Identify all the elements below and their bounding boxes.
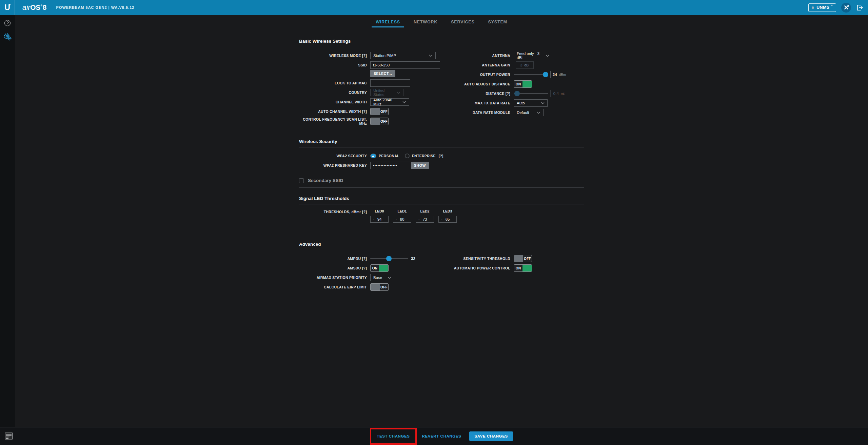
section-signal-led-thresholds: Signal LED Thresholds THRESHOLDS, dBm: [… bbox=[299, 196, 584, 223]
output-power-slider[interactable] bbox=[514, 71, 548, 78]
secondary-ssid-checkbox[interactable] bbox=[299, 178, 304, 183]
led2-name: LED2 bbox=[420, 209, 430, 213]
auto-adjust-distance-label: AUTO ADJUST DISTANCE bbox=[441, 82, 514, 86]
ssid-select-row: SELECT... bbox=[299, 70, 441, 77]
automatic-power-control-row: AUTOMATIC POWER CONTROL ON bbox=[441, 264, 584, 272]
amsdu-row: AMSDU [?] ON bbox=[299, 264, 441, 272]
channel-width-select[interactable]: Auto 20/40 MHz bbox=[370, 98, 409, 106]
calculate-eirp-limit-row: CALCULATE EIRP LIMIT OFF bbox=[299, 283, 441, 291]
output-power-slider-knob[interactable] bbox=[543, 72, 548, 77]
airmax-station-priority-select[interactable]: Base bbox=[370, 274, 394, 281]
sidebar bbox=[0, 15, 15, 427]
ssid-input[interactable] bbox=[370, 61, 440, 69]
wpa2-preshared-key-input[interactable] bbox=[370, 162, 410, 169]
wireless-mode-select[interactable]: Station PtMP bbox=[370, 52, 436, 59]
antenna-select[interactable]: Feed only - 3 dBi bbox=[514, 52, 552, 59]
action-bar: TEST CHANGES REVERT CHANGES SAVE CHANGES bbox=[0, 427, 868, 445]
ssid-label: SSID bbox=[299, 63, 370, 67]
unms-trademark: ™ bbox=[831, 5, 833, 7]
main-area: WIRELESS NETWORK SERVICES SYSTEM Basic W… bbox=[15, 0, 868, 293]
wpa2-security-row: WPA2 SECURITY PERSONAL ENTERPRISE [?] bbox=[299, 152, 584, 160]
wpa2-personal-label: PERSONAL bbox=[379, 154, 399, 158]
minus-sign: - bbox=[396, 217, 397, 221]
wireless-settings-form: Basic Wireless Settings WIRELESS MODE [?… bbox=[299, 27, 584, 293]
automatic-power-control-label: AUTOMATIC POWER CONTROL bbox=[441, 266, 514, 270]
unms-button[interactable]: UNMS ™ bbox=[808, 3, 836, 12]
topbar-actions: UNMS ™ bbox=[808, 3, 863, 13]
control-frequency-scan-list-label: CONTROL FREQUENCY SCAN LIST, MHz bbox=[299, 117, 370, 125]
wpa2-personal-radio[interactable] bbox=[370, 154, 376, 158]
ampdu-label: AMPDU [?] bbox=[299, 257, 370, 261]
antenna-label: ANTENNA bbox=[441, 54, 514, 58]
auto-channel-width-label: AUTO CHANNEL WIDTH [?] bbox=[299, 109, 370, 114]
ssid-row: SSID bbox=[299, 61, 441, 69]
show-psk-button[interactable]: SHOW bbox=[411, 162, 429, 169]
max-tx-data-rate-select[interactable]: Auto bbox=[514, 99, 548, 107]
calculate-eirp-limit-toggle[interactable]: OFF bbox=[370, 283, 389, 291]
chevron-down-icon bbox=[402, 101, 406, 103]
sensitivity-threshold-label: SENSITIVITY THRESHOLD bbox=[441, 257, 514, 261]
channel-width-label: CHANNEL WIDTH bbox=[299, 100, 370, 104]
automatic-power-control-toggle[interactable]: ON bbox=[514, 264, 532, 272]
control-frequency-scan-list-toggle[interactable]: OFF bbox=[370, 118, 389, 125]
save-changes-button[interactable]: SAVE CHANGES bbox=[469, 431, 513, 441]
secondary-ssid-header: Secondary SSID bbox=[299, 178, 584, 188]
minus-sign: - bbox=[418, 217, 420, 221]
led3-input[interactable] bbox=[446, 217, 453, 221]
ampdu-slider[interactable] bbox=[370, 255, 408, 262]
led3-name: LED3 bbox=[443, 209, 452, 213]
revert-changes-button[interactable]: REVERT CHANGES bbox=[422, 434, 461, 438]
auto-adjust-distance-toggle[interactable]: ON bbox=[514, 80, 532, 88]
antenna-gain-label: ANTENNA GAIN bbox=[441, 63, 514, 67]
led0-field: LED0 - bbox=[370, 209, 389, 223]
led0-input[interactable] bbox=[377, 217, 385, 221]
antenna-gain-row: ANTENNA GAIN 3 dBi bbox=[441, 61, 584, 69]
led1-name: LED1 bbox=[398, 209, 407, 213]
gauge-icon bbox=[3, 19, 12, 27]
output-power-value: 24 dBm bbox=[550, 71, 568, 78]
wireless-mode-label: WIRELESS MODE [?] bbox=[299, 54, 370, 58]
gears-icon bbox=[3, 33, 12, 42]
led2-input[interactable] bbox=[423, 217, 430, 221]
auto-channel-width-toggle[interactable]: OFF bbox=[370, 108, 389, 115]
auto-adjust-distance-row: AUTO ADJUST DISTANCE ON bbox=[441, 80, 584, 88]
tab-wireless[interactable]: WIRELESS bbox=[372, 20, 404, 27]
amsdu-label: AMSDU [?] bbox=[299, 266, 370, 270]
channel-width-row: CHANNEL WIDTH Auto 20/40 MHz bbox=[299, 98, 441, 106]
test-changes-button[interactable]: TEST CHANGES bbox=[377, 434, 410, 438]
sensitivity-threshold-toggle[interactable]: OFF bbox=[514, 255, 532, 262]
amsdu-toggle[interactable]: ON bbox=[370, 264, 389, 272]
tab-services[interactable]: SERVICES bbox=[447, 20, 478, 27]
antenna-gain-value: 3 dBi bbox=[516, 61, 534, 69]
minus-sign: - bbox=[441, 217, 442, 221]
distance-label: DISTANCE [?] bbox=[441, 92, 514, 96]
wpa2-enterprise-radio[interactable] bbox=[405, 154, 410, 158]
chevron-down-icon bbox=[429, 55, 433, 57]
ampdu-slider-knob[interactable] bbox=[386, 256, 392, 261]
device-title: POWERBEAM 5AC GEN2 | WA.V8.5.12 bbox=[56, 5, 135, 9]
lock-to-ap-mac-input[interactable] bbox=[370, 79, 410, 87]
thresholds-row: THRESHOLDS, dBm: [?] LED0 - LED1 bbox=[299, 209, 584, 223]
logout-button[interactable] bbox=[856, 4, 863, 11]
top-bar: U airOS®8 POWERBEAM 5AC GEN2 | WA.V8.5.1… bbox=[0, 0, 868, 15]
brand-os: OS bbox=[30, 3, 40, 12]
tab-network[interactable]: NETWORK bbox=[410, 20, 441, 27]
sidebar-item-settings[interactable] bbox=[3, 33, 12, 42]
auto-channel-width-row: AUTO CHANNEL WIDTH [?] OFF bbox=[299, 108, 441, 115]
led1-input[interactable] bbox=[400, 217, 408, 221]
sidebar-item-dashboard[interactable] bbox=[3, 19, 12, 27]
unms-label: UNMS bbox=[816, 5, 829, 10]
calculate-eirp-limit-label: CALCULATE EIRP LIMIT bbox=[299, 285, 370, 289]
data-rate-module-select[interactable]: Default bbox=[514, 109, 544, 116]
wireless-mode-row: WIRELESS MODE [?] Station PtMP bbox=[299, 52, 441, 59]
ssid-select-button[interactable]: SELECT... bbox=[370, 70, 395, 77]
section-title: Advanced bbox=[299, 242, 584, 250]
led3-field: LED3 - bbox=[438, 209, 457, 223]
tools-button[interactable] bbox=[841, 3, 851, 13]
country-select: United States bbox=[370, 89, 403, 96]
ubiquiti-logo[interactable]: U bbox=[0, 0, 15, 15]
unms-status-dot bbox=[812, 6, 814, 9]
device-log-button[interactable] bbox=[4, 432, 13, 440]
tab-system[interactable]: SYSTEM bbox=[484, 20, 511, 27]
antenna-row: ANTENNA Feed only - 3 dBi bbox=[441, 52, 584, 59]
